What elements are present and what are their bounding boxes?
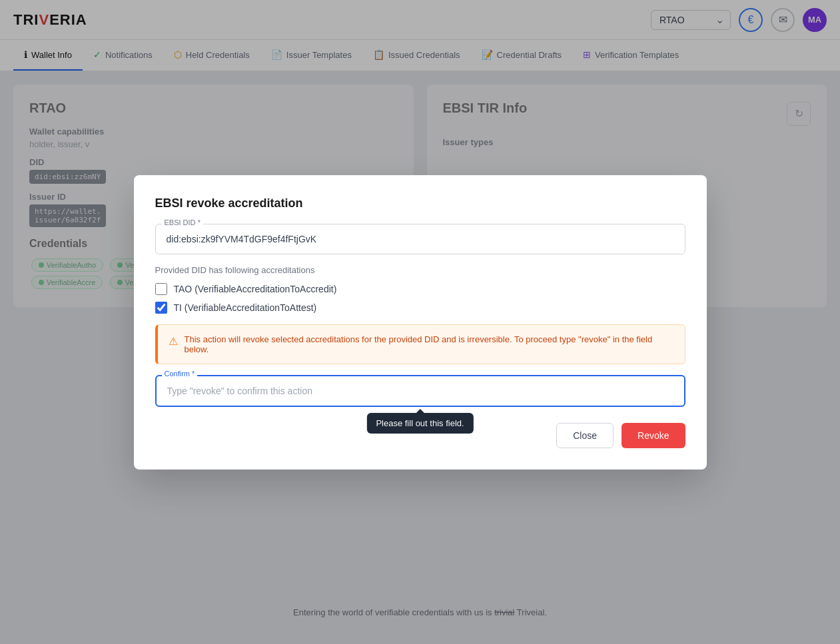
close-button[interactable]: Close — [556, 423, 614, 448]
ebsi-did-input[interactable] — [155, 224, 685, 254]
modal-overlay: EBSI revoke accreditation EBSI DID * Pro… — [0, 0, 840, 644]
confirm-group: Confirm * Please fill out this field. — [155, 375, 685, 407]
revoke-button[interactable]: Revoke — [622, 423, 685, 448]
confirm-input[interactable] — [155, 375, 685, 407]
tao-checkbox[interactable] — [155, 283, 167, 295]
ebsi-did-label: EBSI DID * — [162, 218, 203, 226]
validation-tooltip: Please fill out this field. — [366, 413, 473, 434]
ebsi-did-group: EBSI DID * — [155, 224, 685, 254]
warning-icon: ⚠ — [169, 335, 178, 348]
tao-label: TAO (VerifiableAccreditationToAccredit) — [174, 284, 337, 294]
modal-title: EBSI revoke accreditation — [155, 196, 685, 210]
warning-text: This action will revoke selected accredi… — [185, 334, 674, 354]
accreditations-label: Provided DID has following accreditation… — [155, 265, 685, 275]
warning-box: ⚠ This action will revoke selected accre… — [155, 324, 685, 364]
ti-label: TI (VerifiableAccreditationToAttest) — [174, 302, 317, 313]
confirm-label: Confirm * — [162, 370, 198, 378]
ti-checkbox[interactable] — [155, 302, 167, 314]
tao-checkbox-row: TAO (VerifiableAccreditationToAccredit) — [155, 283, 685, 295]
revoke-modal: EBSI revoke accreditation EBSI DID * Pro… — [134, 175, 707, 470]
ti-checkbox-row: TI (VerifiableAccreditationToAttest) — [155, 302, 685, 314]
